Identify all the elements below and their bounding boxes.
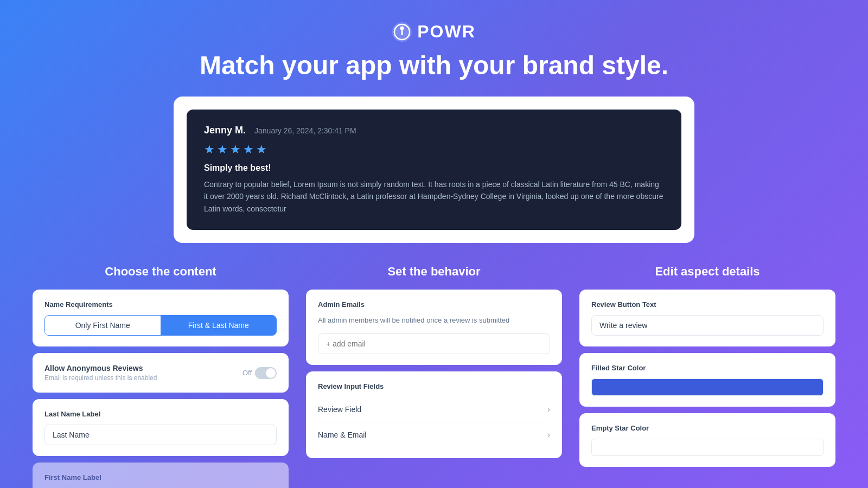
- allow-anonymous-row: Allow Anonymous Reviews Email is require…: [44, 364, 277, 382]
- star-2: ★: [217, 143, 228, 157]
- star-1: ★: [204, 143, 215, 157]
- page-header: POWR Match your app with your brand styl…: [0, 0, 868, 97]
- filled-star-color-card: Filled Star Color: [579, 353, 835, 407]
- reviewer-name: Jenny M.: [204, 125, 246, 136]
- content-column-title: Choose the content: [33, 265, 289, 279]
- powr-logo-icon: [392, 22, 412, 42]
- star-4: ★: [243, 143, 254, 157]
- last-name-label-card: Last Name Label: [33, 399, 289, 456]
- logo-text: POWR: [417, 22, 476, 42]
- review-card: Jenny M. January 26, 2024, 2:30:41 PM ★ …: [187, 110, 681, 230]
- review-title: Simply the best!: [204, 163, 664, 173]
- review-input-fields-label: Review Input Fields: [318, 382, 550, 390]
- empty-star-color-card: Empty Star Color: [579, 413, 835, 467]
- review-body: Contrary to popular belief, Lorem Ipsum …: [204, 178, 664, 215]
- star-rating: ★ ★ ★ ★ ★: [204, 143, 664, 157]
- filled-star-color-label: Filled Star Color: [591, 364, 824, 372]
- behavior-column-title: Set the behavior: [306, 265, 562, 279]
- name-email-chevron-icon: ›: [547, 430, 550, 440]
- add-email-input[interactable]: [318, 333, 550, 354]
- first-name-label-card: First Name Label: [33, 463, 289, 488]
- star-5: ★: [256, 143, 267, 157]
- behavior-column: Set the behavior Admin Emails All admin …: [306, 265, 562, 488]
- name-requirements-card: Name Requirements Only First Name First …: [33, 290, 289, 346]
- content-column: Choose the content Name Requirements Onl…: [33, 265, 289, 488]
- anonymous-toggle-switch[interactable]: [255, 367, 277, 379]
- preview-container: Jenny M. January 26, 2024, 2:30:41 PM ★ …: [174, 97, 694, 243]
- empty-star-color-label: Empty Star Color: [591, 424, 824, 432]
- name-email-label: Name & Email: [318, 431, 366, 439]
- review-field-item[interactable]: Review Field ›: [318, 397, 550, 422]
- only-first-name-button[interactable]: Only First Name: [45, 316, 161, 335]
- admin-emails-desc: All admin members will be notified once …: [318, 315, 550, 326]
- toggle-right: Off: [242, 367, 277, 379]
- admin-emails-card: Admin Emails All admin members will be n…: [306, 290, 562, 365]
- allow-anonymous-sublabel: Email is required unless this is enabled: [44, 374, 157, 382]
- tagline: Match your app with your brand style.: [0, 50, 868, 80]
- review-button-text-label: Review Button Text: [591, 300, 824, 309]
- review-button-text-input[interactable]: [591, 315, 824, 336]
- name-requirements-label: Name Requirements: [44, 300, 277, 309]
- logo-row: POWR: [0, 22, 868, 42]
- bottom-section: Choose the content Name Requirements Onl…: [0, 265, 868, 488]
- first-last-name-button[interactable]: First & Last Name: [161, 316, 277, 335]
- filled-star-color-swatch[interactable]: [591, 378, 824, 396]
- allow-anonymous-card: Allow Anonymous Reviews Email is require…: [33, 353, 289, 393]
- star-3: ★: [230, 143, 241, 157]
- review-field-label: Review Field: [318, 405, 361, 414]
- aspect-column-title: Edit aspect details: [579, 265, 835, 279]
- review-date: January 26, 2024, 2:30:41 PM: [254, 126, 356, 135]
- last-name-input[interactable]: [44, 425, 277, 445]
- allow-anonymous-info: Allow Anonymous Reviews Email is require…: [44, 364, 157, 382]
- last-name-label-heading: Last Name Label: [44, 410, 277, 418]
- review-field-chevron-icon: ›: [547, 404, 550, 414]
- svg-point-2: [400, 26, 404, 30]
- empty-star-color-swatch[interactable]: [591, 439, 824, 456]
- svg-rect-3: [401, 30, 403, 35]
- review-input-fields-card: Review Input Fields Review Field › Name …: [306, 371, 562, 458]
- name-email-field-item[interactable]: Name & Email ›: [318, 422, 550, 447]
- review-header: Jenny M. January 26, 2024, 2:30:41 PM: [204, 125, 664, 136]
- toggle-state: Off: [242, 369, 252, 377]
- review-button-text-card: Review Button Text: [579, 290, 835, 346]
- allow-anonymous-label: Allow Anonymous Reviews: [44, 364, 157, 373]
- aspect-column: Edit aspect details Review Button Text F…: [579, 265, 835, 488]
- admin-emails-label: Admin Emails: [318, 300, 550, 309]
- name-requirements-buttons: Only First Name First & Last Name: [44, 315, 277, 336]
- first-name-label-heading: First Name Label: [44, 473, 277, 481]
